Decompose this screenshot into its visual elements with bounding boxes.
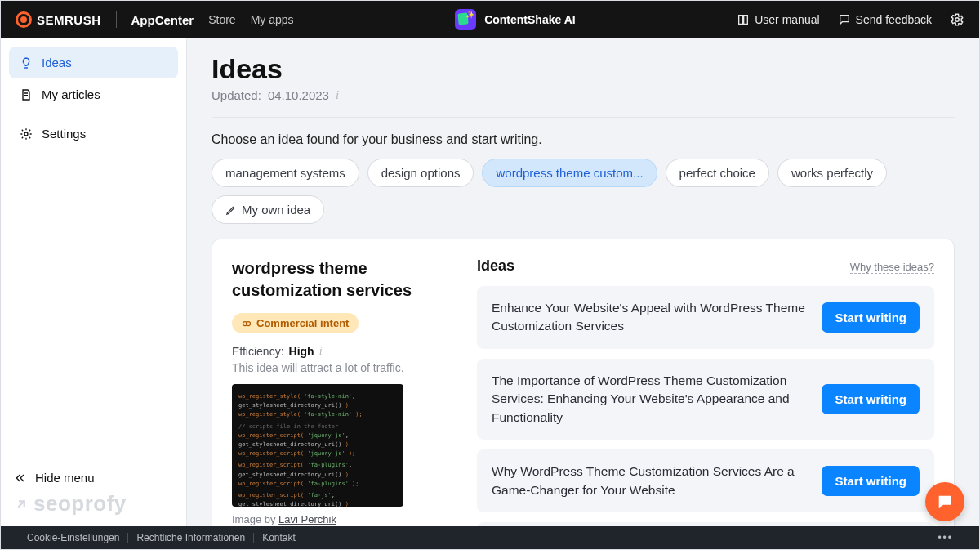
chip-my-own-idea[interactable]: My own idea <box>212 195 324 224</box>
gear-icon <box>19 127 33 141</box>
chip-works-perfectly[interactable]: works perfectly <box>777 159 887 187</box>
shell: Ideas My articles Settings Hide menu <box>1 38 979 526</box>
settings-gear-icon[interactable] <box>950 12 964 27</box>
image-author-link[interactable]: Lavi Perchik <box>278 513 336 525</box>
sidebar: Ideas My articles Settings Hide menu <box>1 38 187 526</box>
start-writing-button[interactable]: Start writing <box>822 302 920 333</box>
updated-line: Updated: 04.10.2023 i <box>212 88 955 118</box>
footer-legal[interactable]: Rechtliche Informationen <box>128 532 253 543</box>
semrush-logo-icon <box>16 11 32 28</box>
lightbulb-icon <box>19 56 33 69</box>
efficiency-desc: This idea will attract a lot of traffic. <box>232 361 444 374</box>
chip-wordpress-theme-custom[interactable]: wordpress theme custom... <box>482 159 657 187</box>
efficiency-value: High <box>289 345 314 358</box>
sidebar-item-articles[interactable]: My articles <box>9 78 178 110</box>
info-icon[interactable]: i <box>336 88 339 102</box>
topic-chips: management systems design options wordpr… <box>212 159 955 224</box>
pencil-icon <box>225 204 237 216</box>
topic-title: wordpress theme customization services <box>232 257 444 302</box>
nav-myapps[interactable]: My apps <box>251 13 294 26</box>
chat-icon <box>936 493 954 511</box>
send-feedback-link[interactable]: Send feedback <box>838 13 932 26</box>
commercial-intent-icon <box>242 319 252 329</box>
sidebar-separator <box>9 114 178 114</box>
idea-row: Enhance Your Website's Appeal with WordP… <box>477 286 934 349</box>
image-caption: Image by Lavi Perchik <box>232 513 444 525</box>
appcenter-label[interactable]: AppCenter <box>131 13 194 27</box>
page-title: Ideas <box>212 53 955 85</box>
updated-date: 04.10.2023 <box>268 88 329 102</box>
user-manual-link[interactable]: User manual <box>737 13 819 26</box>
header-left: SEMRUSH AppCenter Store My apps <box>16 11 294 28</box>
document-icon <box>19 88 33 101</box>
semrush-logo[interactable]: SEMRUSH <box>16 11 101 28</box>
main-content: Ideas Updated: 04.10.2023 i Choose an id… <box>187 38 979 526</box>
contentshake-icon <box>455 9 476 30</box>
idea-text: Enhance Your Website's Appeal with WordP… <box>492 299 807 336</box>
feedback-icon <box>838 13 851 26</box>
sidebar-item-ideas[interactable]: Ideas <box>9 47 178 78</box>
top-header: SEMRUSH AppCenter Store My apps ContentS… <box>1 1 979 38</box>
idea-row: Why WordPress Theme Customization Servic… <box>477 449 934 512</box>
ideas-column: Ideas Why these ideas? Enhance Your Webs… <box>477 257 934 526</box>
footer-more-icon[interactable]: ••• <box>929 532 961 543</box>
idea-text: Why WordPress Theme Customization Servic… <box>492 463 807 499</box>
intercom-chat-fab[interactable] <box>925 482 964 521</box>
chip-management-systems[interactable]: management systems <box>212 159 359 187</box>
ideas-card: wordpress theme customization services C… <box>212 239 955 526</box>
header-right: User manual Send feedback <box>737 12 964 27</box>
ideas-heading: Ideas <box>477 257 514 275</box>
hide-menu-button[interactable]: Hide menu <box>1 459 186 491</box>
footer-contact[interactable]: Kontakt <box>254 532 304 543</box>
svg-point-1 <box>24 132 28 136</box>
header-center: ContentShake AI <box>455 9 576 30</box>
topic-column: wordpress theme customization services C… <box>232 257 444 526</box>
chip-perfect-choice[interactable]: perfect choice <box>666 159 769 187</box>
svg-point-0 <box>956 18 960 22</box>
logo-divider <box>116 11 117 28</box>
ideas-header-row: Ideas Why these ideas? <box>477 257 934 275</box>
info-icon[interactable]: i <box>319 345 323 358</box>
footer-bar: Cookie-Einstellungen Rechtliche Informat… <box>1 526 979 549</box>
book-icon <box>737 13 750 26</box>
brand-text-1: SEMRUSH <box>37 13 101 27</box>
subtitle: Choose an idea found for your business a… <box>212 132 955 147</box>
idea-text: The Importance of WordPress Theme Custom… <box>492 372 807 427</box>
watermark: seoprofy <box>1 491 186 526</box>
sidebar-item-settings[interactable]: Settings <box>9 118 178 150</box>
footer-cookies[interactable]: Cookie-Einstellungen <box>19 532 127 543</box>
idea-row: The Importance of WordPress Theme Custom… <box>477 359 934 440</box>
sidebar-group: Ideas My articles Settings <box>1 38 186 158</box>
chevron-double-left-icon <box>14 472 27 485</box>
app-name: ContentShake AI <box>484 13 576 26</box>
intent-badge: Commercial intent <box>232 313 359 333</box>
start-writing-button[interactable]: Start writing <box>822 466 920 496</box>
why-these-ideas-link[interactable]: Why these ideas? <box>850 261 934 274</box>
arrow-up-right-icon <box>14 497 29 512</box>
topic-image-thumb: wp_register_style( 'fa-style-min', get_s… <box>232 384 403 507</box>
nav-store[interactable]: Store <box>208 13 235 26</box>
start-writing-button[interactable]: Start writing <box>822 384 920 414</box>
efficiency-row: Efficiency: High i <box>232 345 444 358</box>
chip-design-options[interactable]: design options <box>368 159 474 187</box>
